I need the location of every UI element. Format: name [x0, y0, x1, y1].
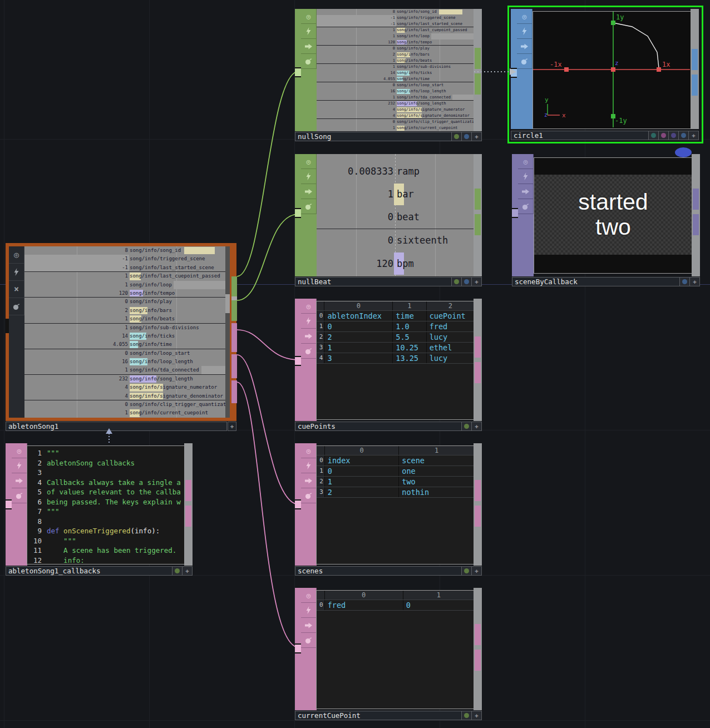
- template-flag-button[interactable]: [668, 131, 678, 140]
- bolt-icon[interactable]: [301, 458, 317, 473]
- output-connector-strip[interactable]: [184, 443, 193, 566]
- node-flag-column[interactable]: ◎: [301, 9, 317, 131]
- clone-flag-button[interactable]: [461, 278, 471, 286]
- arrow-icon[interactable]: [517, 39, 532, 54]
- node-flag-column[interactable]: ◎: [12, 443, 27, 566]
- input-connector-strip[interactable]: [295, 588, 301, 710]
- viewer-flag-button[interactable]: [461, 711, 471, 720]
- top-image-viewer[interactable]: started two: [534, 157, 693, 274]
- table-cell[interactable]: nothin: [399, 487, 475, 497]
- bolt-icon[interactable]: [301, 603, 317, 618]
- x-icon[interactable]: ×: [9, 281, 24, 298]
- node-flag-column[interactable]: ◎: [301, 443, 317, 566]
- table-cell[interactable]: 13.25: [393, 353, 426, 363]
- input-connector-strip[interactable]: [511, 9, 517, 129]
- table-cell[interactable]: abletonIndex: [324, 310, 393, 321]
- bomb-icon[interactable]: [301, 344, 317, 359]
- output-connector-strip[interactable]: [474, 154, 482, 276]
- add-flag-button[interactable]: ✚: [228, 422, 236, 431]
- wire-abletonsong1-to-nullsong[interactable]: [237, 71, 299, 276]
- node-scenebycallback[interactable]: ◎ started two sceneByCallback ✚: [512, 154, 700, 286]
- bomb-icon[interactable]: [301, 199, 317, 214]
- add-flag-button[interactable]: ✚: [471, 567, 481, 575]
- chop-channel-viewer[interactable]: 8song/info/song_id-1song/info/triggered_…: [317, 9, 474, 131]
- table-cell[interactable]: 5.5: [393, 331, 426, 342]
- input-connector-strip[interactable]: [6, 443, 12, 566]
- bomb-icon[interactable]: [517, 54, 532, 69]
- node-flag-column[interactable]: ◎: [518, 154, 534, 276]
- table-cell[interactable]: lucy: [426, 331, 474, 342]
- arrow-icon[interactable]: [12, 473, 27, 488]
- node-flag-column[interactable]: ◎: [301, 588, 317, 710]
- table-cell[interactable]: 1.0: [393, 321, 426, 331]
- table-cell[interactable]: 0: [403, 600, 474, 610]
- node-abletonsong1[interactable]: ◎× 8song/info/song_id-1song/info/trigger…: [6, 243, 236, 421]
- arrow-icon[interactable]: [301, 618, 317, 633]
- chop-output-connector[interactable]: [231, 299, 237, 321]
- node-flag-column[interactable]: ◎×: [9, 246, 24, 418]
- wire-abletonsong1-to-cuepoints[interactable]: [237, 330, 299, 360]
- viewer-flag-button[interactable]: [451, 278, 461, 286]
- render-flag-button[interactable]: [648, 131, 658, 140]
- add-flag-button[interactable]: ✚: [182, 567, 192, 575]
- table-cell[interactable]: ethel: [426, 342, 474, 353]
- node-name-bar[interactable]: abletonSong1_callbacks ✚: [6, 566, 193, 576]
- display-flag-button[interactable]: [658, 131, 668, 140]
- bomb-icon[interactable]: [12, 488, 27, 503]
- bolt-icon[interactable]: [12, 458, 27, 473]
- node-name-bar[interactable]: cuePoints ✚: [295, 422, 482, 431]
- add-flag-button[interactable]: ✚: [689, 278, 699, 286]
- node-name-bar[interactable]: currentCuePoint ✚: [295, 711, 482, 720]
- node-cuepoints[interactable]: ◎ 0120abletonIndextimecuePoint101.0fred2…: [295, 299, 482, 431]
- output-connector-strip[interactable]: [691, 9, 699, 129]
- chop-channel-viewer[interactable]: 8song/info/song_id-1song/info/triggered_…: [24, 246, 225, 418]
- table-cell[interactable]: fred: [426, 321, 474, 331]
- arrow-icon[interactable]: [301, 184, 317, 199]
- viewer-icon[interactable]: ◎: [518, 154, 534, 169]
- dat-output-connector[interactable]: [231, 380, 237, 403]
- node-name-bar[interactable]: sceneByCallback ✚: [512, 277, 700, 286]
- arrow-icon[interactable]: [301, 39, 317, 54]
- node-name-bar[interactable]: scenes ✚: [295, 566, 482, 576]
- dat-text-viewer[interactable]: 1"""2abletonSong callbacks34Callbacks al…: [27, 445, 186, 564]
- viewer-icon[interactable]: ◎: [301, 299, 317, 314]
- add-flag-button[interactable]: ✚: [471, 422, 481, 430]
- viewer-icon[interactable]: ◎: [301, 443, 317, 458]
- node-nullsong[interactable]: ◎ 8song/info/song_id-1song/info/triggere…: [295, 9, 482, 141]
- node-name-bar[interactable]: nullBeat ✚: [295, 277, 482, 286]
- dat-table-viewer[interactable]: 010indexscene10one21two32nothin: [316, 445, 475, 564]
- input-connector-strip[interactable]: [295, 299, 301, 421]
- viewer-scroll-strip[interactable]: [225, 246, 230, 418]
- table-cell[interactable]: time: [393, 310, 426, 321]
- network-editor-canvas[interactable]: ◎ 8song/info/song_id-1song/info/triggere…: [0, 0, 710, 728]
- add-flag-button[interactable]: ✚: [471, 278, 481, 286]
- node-currentcuepoint[interactable]: ◎ 010fred0 currentCuePoint ✚: [295, 588, 482, 720]
- input-connector-strip[interactable]: [295, 443, 301, 566]
- table-cell[interactable]: two: [399, 476, 475, 487]
- add-flag-button[interactable]: ✚: [471, 132, 481, 141]
- table-cell[interactable]: fred: [324, 600, 403, 610]
- node-flag-column[interactable]: ◎: [301, 299, 317, 421]
- bolt-icon[interactable]: [518, 169, 534, 184]
- viewer-icon[interactable]: ◎: [301, 588, 317, 603]
- node-circle1[interactable]: ◎ 1y -1y -1x 1x z y x z: [511, 9, 699, 140]
- clone-flag-button[interactable]: [679, 278, 689, 286]
- input-connector-strip[interactable]: [295, 154, 301, 276]
- table-cell[interactable]: index: [324, 455, 398, 465]
- viewer-flag-button[interactable]: [451, 132, 461, 141]
- node-flag-column[interactable]: ◎: [517, 9, 532, 129]
- viewer-flag-button[interactable]: [172, 567, 182, 575]
- wire-abletonsong1-to-scenes[interactable]: [237, 355, 299, 504]
- dat-output-connector[interactable]: [231, 323, 237, 352]
- output-connector-strip[interactable]: [474, 588, 482, 710]
- output-connector-strip[interactable]: [474, 443, 482, 566]
- clone-flag-button[interactable]: [678, 131, 688, 140]
- arrow-icon[interactable]: [518, 184, 534, 199]
- dat-output-connector[interactable]: [231, 354, 237, 378]
- bolt-icon[interactable]: [9, 264, 24, 281]
- table-cell[interactable]: 1: [324, 342, 393, 353]
- bolt-icon[interactable]: [517, 24, 532, 39]
- node-abletonsong1-callbacks[interactable]: ◎ 1"""2abletonSong callbacks34Callbacks …: [6, 443, 193, 576]
- table-cell[interactable]: 10.25: [393, 342, 426, 353]
- wire-abletonsong1-to-currentcuepoint[interactable]: [237, 382, 299, 647]
